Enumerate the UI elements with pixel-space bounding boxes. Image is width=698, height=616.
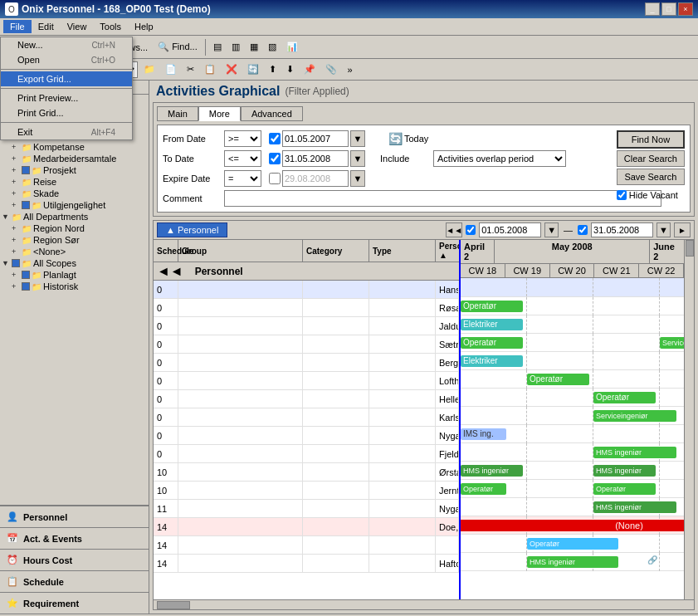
tb2-btn10[interactable]: ⬇ <box>282 61 298 79</box>
tree-item-planlagt[interactable]: + 📁 Planlagt <box>0 269 149 281</box>
table-row[interactable]: 0 Hansen, Olav <box>154 281 459 299</box>
checkbox-utilgjengelighet[interactable] <box>22 201 30 209</box>
expire-date-op[interactable]: = <box>224 170 261 187</box>
h-scroll-thumb[interactable] <box>157 601 190 609</box>
gantt-bar[interactable]: HMS ingeniør <box>593 465 656 477</box>
tb2-btn5[interactable]: ✂ <box>183 61 198 79</box>
from-date-checkbox[interactable] <box>269 133 281 144</box>
menu-tools[interactable]: Tools <box>93 20 128 33</box>
tree-item-none-dept[interactable]: + 📁 <None> <box>0 246 149 257</box>
date-from-picker[interactable]: ▼ <box>544 222 559 237</box>
to-date-input[interactable] <box>282 150 349 167</box>
menu-file[interactable]: File <box>3 20 32 33</box>
hide-vacant-checkbox[interactable] <box>617 190 627 200</box>
clear-search-button[interactable]: Clear Search <box>617 150 685 167</box>
nav-btn-personnel[interactable]: 👤 Personnel <box>0 506 149 527</box>
tree-item-utilgjengelighet[interactable]: + 📁 Utilgjengelighet <box>0 199 149 211</box>
save-search-button[interactable]: Save Search <box>617 169 685 185</box>
from-date-op[interactable]: >= <box>224 130 261 147</box>
header-type[interactable]: Type <box>369 240 436 262</box>
tab-advanced[interactable]: Advanced <box>241 106 303 121</box>
table-row[interactable]: 0 Røsand, Arnt 6 <box>154 299 459 317</box>
checkbox-prosjekt[interactable] <box>22 166 30 174</box>
chart-button[interactable]: 📊 <box>282 38 302 56</box>
nav-btn-requirement[interactable]: ⭐ Requirement <box>0 592 149 614</box>
tree-item-kompetanse[interactable]: + 📁 Kompetanse <box>0 141 149 153</box>
table-row[interactable]: 14 Doe, John 1515 <box>154 518 459 536</box>
header-personnel[interactable]: Personnel ▲ <box>436 240 461 262</box>
nav-btn-schedule[interactable]: 📋 Schedule <box>0 570 149 592</box>
find-now-button[interactable]: Find Now <box>617 130 685 149</box>
tree-item-region-nord[interactable]: + 📁 Region Nord <box>0 222 149 234</box>
menu-print-grid[interactable]: Print Grid... <box>1 105 132 120</box>
gantt-bar[interactable]: Elektriker <box>461 355 523 367</box>
date-to-checkbox[interactable] <box>578 225 588 235</box>
layout-btn-1[interactable]: ▤ <box>209 38 226 56</box>
checkbox-planlagt[interactable] <box>22 271 30 279</box>
menu-export-grid[interactable]: Export Grid... <box>1 71 132 86</box>
from-date-picker[interactable]: ▼ <box>350 130 365 147</box>
to-date-op[interactable]: <= <box>224 150 261 167</box>
menu-print-preview[interactable]: Print Preview... <box>1 90 132 105</box>
tree-item-medarbeider[interactable]: + 📁 Medarbeidersamtale <box>0 153 149 164</box>
table-row[interactable]: 0 Helle, Asbjørn <box>154 390 459 408</box>
include-select[interactable]: Activities overlap period Activities sta… <box>433 150 566 167</box>
gantt-bar[interactable]: Serviceingeniø <box>660 337 684 349</box>
nav-left-button[interactable]: ◄◄ <box>446 222 462 237</box>
gantt-bar[interactable]: HMS ingeniør <box>593 447 676 458</box>
horizontal-scrollbar[interactable] <box>154 599 694 609</box>
tree-item-region-sor[interactable]: + 📁 Region Sør <box>0 234 149 246</box>
gantt-bar[interactable]: HMS ingeniør <box>593 501 676 513</box>
gantt-bar-none[interactable]: (None) <box>461 520 684 531</box>
tb2-btn9[interactable]: ⬆ <box>265 61 281 79</box>
gantt-bar[interactable]: Operatør <box>527 538 618 550</box>
table-row[interactable]: 0 Lofthus, Torleif <box>154 372 459 390</box>
comment-input[interactable] <box>224 190 661 207</box>
table-row[interactable]: 14 <box>154 536 459 555</box>
menu-exit[interactable]: Exit Alt+F4 <box>1 125 132 139</box>
date-from-checkbox[interactable] <box>466 225 476 235</box>
gantt-bar[interactable]: Operatør <box>527 374 589 385</box>
menu-new[interactable]: New... Ctrl+N <box>1 37 132 52</box>
tb2-btn6[interactable]: 📋 <box>200 61 220 79</box>
tree-all-scopes[interactable]: ▼ 📁 All Scopes <box>0 257 149 269</box>
maximize-button[interactable]: □ <box>661 2 676 16</box>
minimize-button[interactable]: _ <box>645 2 660 16</box>
table-row[interactable]: 0 Nygaard, Edmund <box>154 427 459 445</box>
gantt-bar[interactable]: Operatør <box>461 301 523 312</box>
menu-open[interactable]: Open Ctrl+O <box>1 52 132 67</box>
personnel-tab[interactable]: ▲ Personnel <box>157 222 227 237</box>
gantt-bar[interactable]: HMS ingeniør <box>461 465 523 477</box>
tree-item-reise[interactable]: + 📁 Reise <box>0 176 149 188</box>
header-group[interactable]: Group <box>178 240 303 262</box>
close-button[interactable]: × <box>678 2 693 16</box>
tab-more[interactable]: More <box>198 106 241 121</box>
header-category[interactable]: Category <box>303 240 369 262</box>
expire-date-picker[interactable]: ▼ <box>350 170 365 187</box>
menu-help[interactable]: Help <box>128 20 160 33</box>
gantt-bar[interactable]: Serviceingeniør <box>593 410 676 422</box>
layout-btn-2[interactable]: ▥ <box>227 38 244 56</box>
table-row[interactable]: 11 Nygaard, Einar <box>154 500 459 518</box>
table-row[interactable]: 14 Haftorsen, Bernt <box>154 555 459 573</box>
table-row[interactable]: 0 Sætre, Morten 1452 <box>154 335 459 354</box>
gantt-bar[interactable]: HMS ingeniør <box>527 556 618 568</box>
table-row[interactable]: 0 Fjeldgard, Simen <box>154 445 459 463</box>
menu-edit[interactable]: Edit <box>32 20 61 33</box>
tb2-more[interactable]: » <box>343 61 356 79</box>
table-row[interactable]: 0 Jaldum, Hilde <box>154 317 459 335</box>
checkbox-historisk[interactable] <box>22 282 30 291</box>
gantt-bar[interactable]: IMS ing. <box>461 428 506 440</box>
tb2-btn11[interactable]: 📌 <box>300 61 320 79</box>
table-row[interactable]: 0 Karlsen, Janne <box>154 408 459 427</box>
vertical-scrollbar[interactable] <box>684 240 694 599</box>
nav-btn-hours-cost[interactable]: ⏰ Hours Cost <box>0 549 149 570</box>
tb2-btn7[interactable]: ❌ <box>222 61 242 79</box>
to-date-checkbox[interactable] <box>269 153 281 164</box>
date-to-input[interactable] <box>591 222 653 237</box>
nav-arrows[interactable]: ◄◄ <box>154 262 187 281</box>
tb2-btn3[interactable]: 📁 <box>139 61 159 79</box>
tree-all-departments[interactable]: ▼ 📁 All Departments <box>0 211 149 222</box>
find-button[interactable]: 🔍 Find... <box>154 38 202 56</box>
gantt-bar[interactable]: Operatør <box>461 483 506 495</box>
